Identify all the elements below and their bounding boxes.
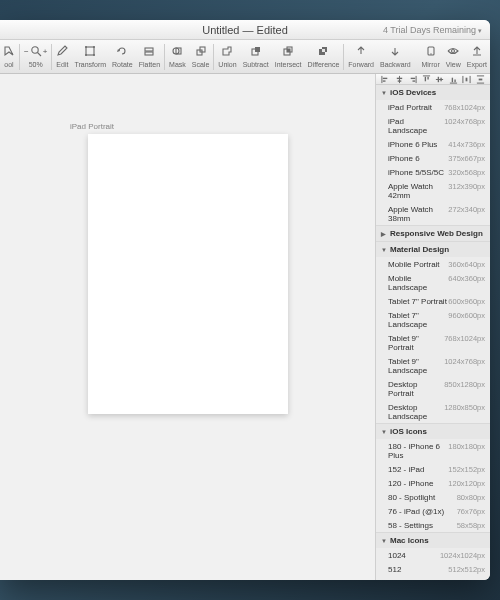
- preset-item[interactable]: Mobile Landscape640x360px: [376, 271, 490, 294]
- section-header[interactable]: ▼iOS Icons: [376, 424, 490, 439]
- svg-rect-32: [413, 80, 416, 81]
- svg-point-4: [93, 46, 95, 48]
- inspector-sidebar: ▼iOS DevicesiPad Portrait768x1024pxiPad …: [375, 74, 490, 580]
- preset-dimensions: 58x58px: [457, 521, 485, 530]
- preset-section: ▼Material DesignMobile Portrait360x640px…: [376, 242, 490, 424]
- tab-align-left-icon[interactable]: [381, 74, 391, 84]
- triangle-right-icon: ▶: [381, 230, 388, 237]
- svg-point-5: [85, 54, 87, 56]
- zoom-value[interactable]: 50%: [29, 61, 43, 68]
- svg-rect-8: [145, 52, 153, 55]
- rotate-label: Rotate: [112, 61, 133, 68]
- preset-dimensions: 272x340px: [448, 205, 485, 223]
- preset-item[interactable]: Mobile Portrait360x640px: [376, 257, 490, 271]
- preset-item[interactable]: Tablet 9" Landscape1024x768px: [376, 354, 490, 377]
- intersect-icon[interactable]: [282, 45, 294, 57]
- view-icon[interactable]: [447, 45, 459, 57]
- tab-distribute-v-icon[interactable]: [475, 74, 485, 84]
- preset-dimensions: 850x1280px: [444, 380, 485, 398]
- svg-rect-25: [383, 77, 388, 78]
- preset-name: iPhone 6: [388, 154, 420, 163]
- svg-line-1: [37, 53, 41, 57]
- preset-item[interactable]: 512512x512px: [376, 562, 490, 576]
- trial-status[interactable]: 4 Trial Days Remaining: [383, 25, 482, 35]
- tab-align-bottom-icon[interactable]: [448, 74, 458, 84]
- preset-item[interactable]: Tablet 9" Portrait768x1024px: [376, 331, 490, 354]
- preset-name: 152 - iPad: [388, 465, 424, 474]
- preset-name: Apple Watch 42mm: [388, 182, 448, 200]
- preset-item[interactable]: Apple Watch 38mm272x340px: [376, 202, 490, 225]
- preset-item[interactable]: Desktop Portrait850x1280px: [376, 377, 490, 400]
- svg-rect-44: [466, 77, 468, 81]
- section-header[interactable]: ▼Mac Icons: [376, 533, 490, 548]
- titlebar[interactable]: Untitled — Edited 4 Trial Days Remaining: [0, 20, 490, 40]
- preset-item[interactable]: 10241024x1024px: [376, 548, 490, 562]
- svg-point-6: [93, 54, 95, 56]
- preset-name: 180 - iPhone 6 Plus: [388, 442, 448, 460]
- preset-sections: ▼iOS DevicesiPad Portrait768x1024pxiPad …: [376, 85, 490, 580]
- preset-item[interactable]: Apple Watch 42mm312x390px: [376, 179, 490, 202]
- preset-item[interactable]: iPhone 5/5S/5C320x568px: [376, 165, 490, 179]
- preset-dimensions: 76x76px: [457, 507, 485, 516]
- preset-item[interactable]: Tablet 7" Landscape960x600px: [376, 308, 490, 331]
- tab-distribute-h-icon[interactable]: [462, 74, 472, 84]
- svg-rect-20: [322, 49, 325, 52]
- preset-item[interactable]: iPad Landscape1024x768px: [376, 114, 490, 137]
- preset-item[interactable]: iPhone 6 Plus414x736px: [376, 137, 490, 151]
- forward-icon[interactable]: [355, 45, 367, 57]
- difference-icon[interactable]: [317, 45, 329, 57]
- preset-section: ▼iOS DevicesiPad Portrait768x1024pxiPad …: [376, 85, 490, 226]
- section-header[interactable]: ▼Material Design: [376, 242, 490, 257]
- preset-dimensions: 375x667px: [448, 154, 485, 163]
- artboard[interactable]: [88, 134, 288, 414]
- union-icon[interactable]: [221, 45, 233, 57]
- preset-item[interactable]: 120 - iPhone120x120px: [376, 476, 490, 490]
- tab-align-right-icon[interactable]: [408, 74, 418, 84]
- preset-item[interactable]: 152 - iPad152x152px: [376, 462, 490, 476]
- section-header[interactable]: ▼iOS Devices: [376, 85, 490, 100]
- tab-align-center-icon[interactable]: [394, 74, 404, 84]
- preset-item[interactable]: Desktop Landscape1280x850px: [376, 400, 490, 423]
- preset-item[interactable]: iPad Portrait768x1024px: [376, 100, 490, 114]
- triangle-down-icon: ▼: [381, 247, 388, 253]
- preset-item[interactable]: Tablet 7" Portrait600x960px: [376, 294, 490, 308]
- backward-icon[interactable]: [389, 45, 401, 57]
- preset-item[interactable]: 58 - Settings58x58px: [376, 518, 490, 532]
- preset-item[interactable]: 80 - Spotlight80x80px: [376, 490, 490, 504]
- preset-dimensions: 120x120px: [448, 479, 485, 488]
- preset-item[interactable]: iPhone 6375x667px: [376, 151, 490, 165]
- mirror-icon[interactable]: [425, 45, 437, 57]
- tab-align-middle-icon[interactable]: [435, 74, 445, 84]
- preset-item[interactable]: 76 - iPad (@1x)76x76px: [376, 504, 490, 518]
- tool-label: ool: [4, 61, 13, 68]
- tab-align-top-icon[interactable]: [421, 74, 431, 84]
- artboard-label[interactable]: iPad Portrait: [70, 122, 114, 131]
- edit-icon[interactable]: [56, 45, 68, 57]
- scale-icon[interactable]: [195, 45, 207, 57]
- flatten-icon[interactable]: [143, 45, 155, 57]
- tool-icon[interactable]: [3, 45, 15, 57]
- zoom-in-button[interactable]: +: [43, 47, 48, 56]
- zoom-out-button[interactable]: −: [24, 47, 29, 56]
- mask-icon[interactable]: [171, 45, 183, 57]
- transform-icon[interactable]: [84, 45, 96, 57]
- svg-rect-41: [454, 79, 455, 82]
- svg-rect-29: [397, 80, 401, 81]
- preset-item[interactable]: 180 - iPhone 6 Plus180x180px: [376, 439, 490, 462]
- rotate-icon[interactable]: [116, 45, 128, 57]
- subtract-label: Subtract: [243, 61, 269, 68]
- scale-label: Scale: [192, 61, 210, 68]
- tool-group: ool: [0, 42, 18, 68]
- subtract-icon[interactable]: [250, 45, 262, 57]
- magnify-icon[interactable]: [30, 45, 42, 57]
- canvas[interactable]: iPad Portrait: [0, 74, 375, 580]
- preset-name: Mobile Landscape: [388, 274, 448, 292]
- export-icon[interactable]: [471, 45, 483, 57]
- preset-dimensions: 640x360px: [448, 274, 485, 292]
- section-header[interactable]: ▶Responsive Web Design: [376, 226, 490, 241]
- preset-dimensions: 360x640px: [448, 260, 485, 269]
- preset-name: 256: [388, 579, 401, 581]
- preset-item[interactable]: 256256x256px: [376, 576, 490, 580]
- preset-name: Desktop Landscape: [388, 403, 444, 421]
- preset-dimensions: 180x180px: [448, 442, 485, 460]
